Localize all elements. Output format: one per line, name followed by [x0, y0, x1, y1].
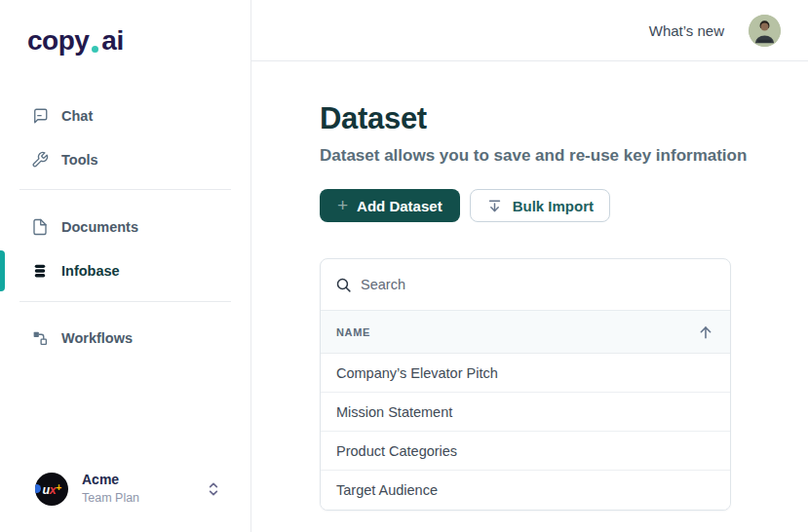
top-header: What’s new	[251, 0, 808, 61]
add-dataset-button[interactable]: + Add Dataset	[320, 189, 460, 222]
workspace-switcher[interactable]: ux+ Acme Team Plan	[35, 472, 230, 507]
table-row[interactable]: Target Audience	[321, 471, 730, 510]
table-row[interactable]: Product Categories	[321, 432, 730, 471]
arrow-up-icon	[697, 323, 714, 341]
search-input[interactable]	[361, 277, 715, 292]
table-row[interactable]: Mission Statement	[321, 393, 730, 432]
sidebar-divider	[19, 189, 231, 190]
document-icon	[31, 218, 49, 236]
page-subtitle: Dataset allows you to save and re-use ke…	[320, 146, 747, 166]
sidebar-item-chat[interactable]: Chat	[31, 102, 226, 130]
bulk-import-button[interactable]: Bulk Import	[470, 189, 610, 222]
sidebar-item-label: Infobase	[61, 263, 120, 279]
import-icon	[486, 198, 503, 214]
avatar-letter: u	[43, 483, 50, 497]
sort-ascending-button[interactable]	[697, 323, 714, 341]
add-dataset-label: Add Dataset	[357, 198, 442, 214]
database-icon	[31, 262, 49, 280]
sidebar-item-label: Documents	[61, 219, 138, 235]
dataset-table-card: NAME Company’s Elevator Pitch Mission St…	[320, 258, 731, 511]
bulk-import-label: Bulk Import	[513, 198, 594, 214]
copyai-logo[interactable]: copyai	[27, 25, 124, 57]
sidebar-item-workflows[interactable]: Workflows	[31, 324, 226, 352]
wrench-icon	[31, 151, 49, 169]
sidebar-item-infobase[interactable]: Infobase	[31, 257, 226, 285]
avatar-blue-shape	[35, 484, 41, 493]
chevron-up-down-icon[interactable]	[206, 479, 221, 499]
workspace-name: Acme	[82, 472, 139, 489]
workspace-avatar: ux+	[35, 473, 68, 506]
logo-text-copy: copy	[27, 25, 89, 57]
user-avatar[interactable]	[749, 15, 781, 47]
sidebar-item-label: Workflows	[61, 330, 133, 346]
main-content: Dataset Dataset allows you to save and r…	[320, 61, 808, 532]
table-header-row: NAME	[321, 310, 730, 354]
whats-new-link[interactable]: What’s new	[649, 22, 724, 39]
name-column-header: NAME	[336, 326, 370, 338]
avatar-letter: +	[56, 482, 60, 493]
workflow-icon	[31, 329, 49, 347]
active-item-indicator	[0, 250, 5, 291]
workspace-plan: Team Plan	[82, 491, 139, 507]
table-row[interactable]: Company’s Elevator Pitch	[321, 354, 730, 393]
action-buttons: + Add Dataset Bulk Import	[320, 189, 610, 222]
sidebar-item-tools[interactable]: Tools	[31, 146, 226, 173]
sidebar-item-label: Chat	[61, 108, 93, 124]
user-photo	[749, 15, 781, 47]
chat-icon	[31, 107, 49, 125]
sidebar-item-label: Tools	[61, 152, 98, 168]
logo-text-ai: ai	[101, 25, 123, 57]
plus-icon: +	[337, 196, 348, 214]
logo-dot-icon	[92, 46, 98, 53]
sidebar-item-documents[interactable]: Documents	[31, 213, 226, 241]
sidebar-divider	[19, 301, 231, 302]
sidebar: copyai Chat Tools Documents Infobase Wor…	[0, 0, 251, 532]
search-row	[321, 259, 730, 310]
search-icon	[335, 277, 352, 293]
page-title: Dataset	[320, 101, 427, 136]
